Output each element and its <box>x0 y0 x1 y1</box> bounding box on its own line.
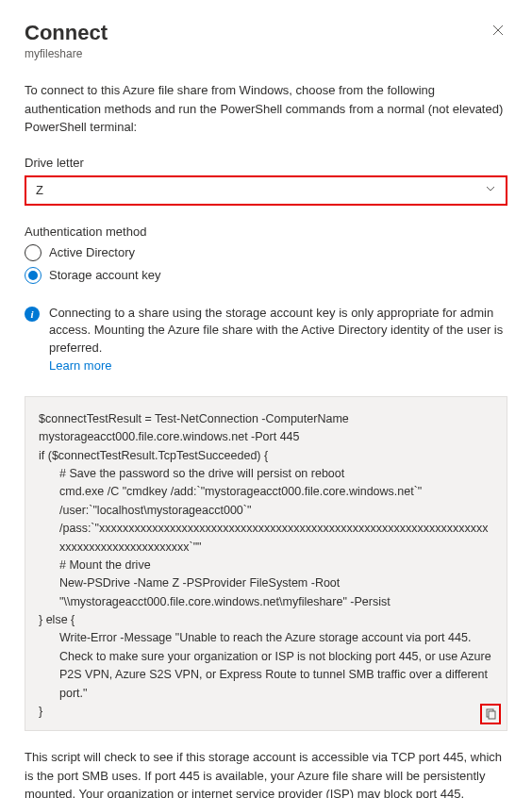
footer-paragraph-1: This script will check to see if this st… <box>25 748 507 798</box>
auth-option-active-directory[interactable]: Active Directory <box>25 244 507 261</box>
auth-option-label: Active Directory <box>49 245 135 259</box>
script-block: $connectTestResult = Test-NetConnection … <box>25 396 507 731</box>
script-line: # Save the password so the drive will pe… <box>39 465 493 483</box>
info-callout: i Connecting to a share using the storag… <box>25 305 507 375</box>
auth-method-label: Authentication method <box>25 224 507 239</box>
script-line: # Mount the drive <box>39 557 493 574</box>
info-icon: i <box>25 307 40 322</box>
panel-title: Connect <box>25 21 108 45</box>
radio-icon-checked <box>25 267 42 284</box>
drive-letter-label: Drive letter <box>25 156 507 170</box>
auth-option-storage-key[interactable]: Storage account key <box>25 267 507 284</box>
script-line: cmd.exe /C "cmdkey /add:`"mystorageacct0… <box>39 483 493 557</box>
script-line: } else { <box>39 611 493 629</box>
script-line: } <box>39 703 493 721</box>
info-text: Connecting to a share using the storage … <box>49 306 503 356</box>
learn-more-link[interactable]: Learn more <box>49 358 111 373</box>
close-icon <box>492 25 504 36</box>
svg-rect-1 <box>489 711 495 719</box>
intro-text: To connect to this Azure file share from… <box>25 81 507 137</box>
drive-letter-select[interactable]: Z <box>25 175 507 206</box>
panel-subtitle: myfileshare <box>25 47 108 60</box>
auth-option-label: Storage account key <box>49 268 161 282</box>
script-line: $connectTestResult = Test-NetConnection … <box>39 410 493 447</box>
radio-icon <box>25 244 42 261</box>
footer-text-part: This script will check to see if this st… <box>25 750 502 798</box>
copy-button[interactable] <box>480 704 501 724</box>
script-line: Write-Error -Message "Unable to reach th… <box>39 629 493 703</box>
copy-icon <box>485 708 496 720</box>
close-button[interactable] <box>489 21 507 42</box>
script-line: New-PSDrive -Name Z -PSProvider FileSyst… <box>39 574 493 611</box>
script-line: if ($connectTestResult.TcpTestSucceeded)… <box>39 447 493 465</box>
chevron-down-icon <box>485 183 496 197</box>
drive-letter-value: Z <box>36 183 43 197</box>
